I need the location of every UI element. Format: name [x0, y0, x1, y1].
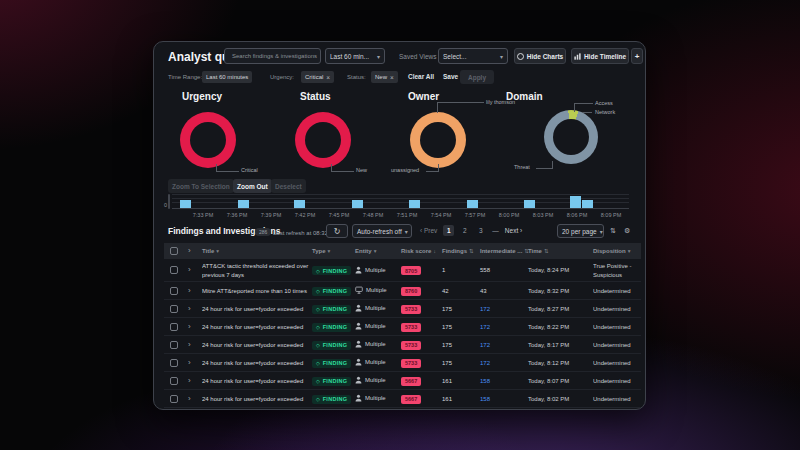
domain-donut-chart[interactable]: [544, 110, 598, 164]
column-header-title[interactable]: Title▾: [202, 248, 219, 254]
row-checkbox[interactable]: [170, 287, 178, 295]
timeline-bar[interactable]: [524, 200, 535, 208]
row-checkbox[interactable]: [170, 359, 178, 367]
table-row[interactable]: ›24 hour risk for user=fyodor exceeded◇F…: [164, 318, 641, 336]
timeline-bar[interactable]: [467, 200, 478, 208]
zoom-out-button[interactable]: Zoom Out: [233, 179, 272, 193]
table-row[interactable]: ›24 hour risk for user=fyodor exceeded◇F…: [164, 354, 641, 372]
person-icon: [355, 266, 362, 274]
column-header-disposition[interactable]: Disposition▾: [593, 248, 641, 254]
status-donut-chart[interactable]: [295, 112, 351, 168]
page-button[interactable]: 1: [443, 225, 454, 236]
row-checkbox[interactable]: [170, 305, 178, 313]
table-row[interactable]: ›ATT&CK tactic threshold exceeded over p…: [164, 259, 641, 282]
close-icon[interactable]: ×: [390, 74, 394, 81]
zoom-to-selection-button[interactable]: Zoom To Selection: [168, 179, 234, 193]
finding-title[interactable]: 24 hour risk for user=fyodor exceeded: [202, 341, 309, 350]
row-checkbox[interactable]: [170, 377, 178, 385]
prev-page-button[interactable]: ‹ Prev: [420, 227, 437, 234]
row-expand-chevron-icon[interactable]: ›: [188, 377, 191, 385]
timeline-bar[interactable]: [238, 200, 249, 208]
row-expand-chevron-icon[interactable]: ›: [188, 305, 191, 313]
timeline-bar[interactable]: [582, 200, 593, 208]
next-page-button[interactable]: Next ›: [505, 227, 522, 234]
column-header-type[interactable]: Type▾: [312, 248, 330, 254]
finding-title[interactable]: 24 hour risk for user=fyodor exceeded: [202, 323, 309, 332]
saved-views-select[interactable]: Select... ▾: [438, 48, 508, 64]
time-range-dropdown[interactable]: Last 60 min... ▾: [325, 48, 385, 64]
timeline-histogram[interactable]: [172, 194, 629, 209]
column-header-risk-score[interactable]: Risk score↓: [401, 248, 436, 254]
apply-button[interactable]: Apply: [460, 70, 494, 84]
table-row[interactable]: ›Mitre ATT&reported more than 10 times◇F…: [164, 282, 641, 300]
status-filter-chip[interactable]: New ×: [371, 71, 398, 83]
sort-columns-icon[interactable]: ⇅: [610, 227, 616, 235]
column-header-findings[interactable]: Findings⇅: [442, 248, 474, 254]
owner-donut-chart[interactable]: [410, 112, 466, 168]
table-row[interactable]: ›24 hour risk for user=fyodor exceeded◇F…: [164, 336, 641, 354]
gear-icon[interactable]: ⚙: [624, 227, 630, 235]
findings-table: › Title▾Type▾Entity▾Risk score↓Findings⇅…: [164, 243, 641, 408]
column-header-entity[interactable]: Entity▾: [355, 248, 376, 254]
auto-refresh-dropdown[interactable]: Auto-refresh off ▾: [352, 224, 412, 238]
chevron-down-icon: ▾: [600, 228, 603, 235]
intermediate-count[interactable]: 172: [480, 324, 490, 330]
finding-title[interactable]: 24 hour risk for user=fyodor exceeded: [202, 377, 309, 386]
row-checkbox[interactable]: [170, 341, 178, 349]
row-expand-chevron-icon[interactable]: ›: [188, 341, 191, 349]
timeline-bar[interactable]: [180, 200, 191, 208]
finding-diamond-icon: ◇: [316, 306, 320, 312]
urgency-donut-chart[interactable]: [180, 112, 236, 168]
deselect-button[interactable]: Deselect: [271, 179, 306, 193]
risk-score-badge: 5733: [401, 323, 421, 332]
hide-charts-button[interactable]: Hide Charts: [514, 48, 566, 64]
time-range-filter-chip[interactable]: Last 60 minutes: [202, 71, 252, 83]
intermediate-count[interactable]: 172: [480, 342, 490, 348]
timeline-bar[interactable]: [352, 200, 363, 208]
timeline-bar[interactable]: [570, 196, 581, 208]
row-expand-chevron-icon[interactable]: ›: [188, 323, 191, 331]
finding-title[interactable]: ATT&CK tactic threshold exceeded over pr…: [202, 262, 309, 281]
page-button[interactable]: 2: [459, 225, 470, 236]
row-checkbox[interactable]: [170, 266, 178, 274]
urgency-filter-chip[interactable]: Critical ×: [301, 71, 334, 83]
finding-title[interactable]: 24 hour risk for user=fyodor exceeded: [202, 395, 309, 404]
column-header-intermediate[interactable]: Intermediate ...⇅: [480, 248, 529, 254]
row-checkbox[interactable]: [170, 395, 178, 403]
row-checkbox[interactable]: [170, 323, 178, 331]
save-filter-button[interactable]: Save: [443, 73, 458, 80]
timeline-left-handle[interactable]: [168, 194, 170, 209]
page-button[interactable]: 3: [475, 225, 486, 236]
per-page-dropdown[interactable]: 20 per page ▾: [557, 224, 604, 238]
finding-title[interactable]: Mitre ATT&reported more than 10 times: [202, 287, 309, 296]
hide-timeline-button[interactable]: Hide Timeline: [571, 48, 629, 64]
intermediate-count[interactable]: 172: [480, 360, 490, 366]
add-view-button[interactable]: +: [631, 48, 643, 64]
row-expand-chevron-icon[interactable]: ›: [188, 287, 191, 295]
intermediate-count[interactable]: 158: [480, 378, 490, 384]
finding-title[interactable]: 24 hour risk for user=fyodor exceeded: [202, 305, 309, 314]
table-row[interactable]: ›24 hour risk for user=fyodor exceeded◇F…: [164, 390, 641, 408]
row-expand-chevron-icon[interactable]: ›: [188, 359, 191, 367]
table-header-row: › Title▾Type▾Entity▾Risk score↓Findings⇅…: [164, 243, 641, 259]
finding-title[interactable]: 24 hour risk for user=fyodor exceeded: [202, 359, 309, 368]
type-badge: ◇FINDING: [312, 395, 351, 404]
intermediate-count[interactable]: 172: [480, 306, 490, 312]
row-expand-chevron-icon[interactable]: ›: [188, 266, 191, 274]
select-all-checkbox[interactable]: [170, 247, 178, 255]
intermediate-count: 558: [480, 267, 490, 273]
entity-cell: Multiple: [355, 376, 386, 384]
table-row[interactable]: ›24 hour risk for user=fyodor exceeded◇F…: [164, 300, 641, 318]
refresh-button[interactable]: ↻: [326, 224, 348, 238]
timeline-bar[interactable]: [409, 200, 420, 208]
timeline-bar[interactable]: [294, 200, 305, 208]
expand-all-chevron-icon[interactable]: ›: [188, 247, 191, 255]
row-expand-chevron-icon[interactable]: ›: [188, 395, 191, 403]
intermediate-count[interactable]: 158: [480, 396, 490, 402]
person-icon: [355, 376, 362, 384]
table-row[interactable]: ›24 hour risk for user=fyodor exceeded◇F…: [164, 372, 641, 390]
clear-all-button[interactable]: Clear All: [408, 73, 434, 80]
search-input[interactable]: Search findings & investigations: [224, 48, 321, 64]
close-icon[interactable]: ×: [326, 74, 330, 81]
column-header-time[interactable]: Time⇅: [528, 248, 549, 254]
